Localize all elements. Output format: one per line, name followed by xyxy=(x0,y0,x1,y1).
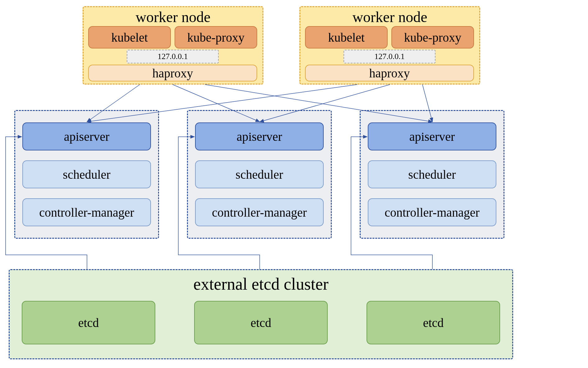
etcd-node-1: etcd xyxy=(22,301,155,344)
kube-proxy-1-label: kube-proxy xyxy=(187,30,244,45)
loopback-1-label: 127.0.0.1 xyxy=(157,52,188,61)
loopback-1: 127.0.0.1 xyxy=(127,50,219,63)
kube-proxy-2: kube-proxy xyxy=(391,26,474,48)
scheduler-3: scheduler xyxy=(368,160,496,188)
etcd-cluster-title: external etcd cluster xyxy=(10,274,512,294)
kubelet-1-label: kubelet xyxy=(111,30,148,45)
apiserver-1-label: apiserver xyxy=(64,129,110,144)
haproxy-2-label: haproxy xyxy=(369,66,410,80)
apiserver-3: apiserver xyxy=(368,122,496,150)
scheduler-3-label: scheduler xyxy=(408,167,456,182)
scheduler-2: scheduler xyxy=(195,160,324,188)
etcd-node-2: etcd xyxy=(194,301,328,344)
apiserver-3-label: apiserver xyxy=(409,129,455,144)
kube-proxy-2-label: kube-proxy xyxy=(404,30,461,45)
apiserver-2-label: apiserver xyxy=(237,129,282,144)
kubelet-2: kubelet xyxy=(305,26,388,48)
kubelet-2-label: kubelet xyxy=(328,30,365,45)
etcd-node-2-label: etcd xyxy=(251,315,271,330)
controller-manager-2-label: controller-manager xyxy=(212,205,307,220)
etcd-node-3: etcd xyxy=(367,301,500,344)
loopback-2: 127.0.0.1 xyxy=(344,50,435,63)
scheduler-2-label: scheduler xyxy=(235,167,283,182)
worker-node-2-title: worker node xyxy=(300,8,479,25)
haproxy-1: haproxy xyxy=(88,65,257,81)
apiserver-1: apiserver xyxy=(22,122,151,150)
controller-manager-1-label: controller-manager xyxy=(39,205,134,220)
loopback-2-label: 127.0.0.1 xyxy=(374,52,405,61)
etcd-node-3-label: etcd xyxy=(423,315,444,330)
worker-node-1-title: worker node xyxy=(84,8,262,25)
controller-manager-2: controller-manager xyxy=(195,198,324,226)
kubelet-1: kubelet xyxy=(88,26,171,48)
scheduler-1-label: scheduler xyxy=(63,167,110,182)
diagram-canvas: worker node kubelet kube-proxy 127.0.0.1… xyxy=(0,0,588,368)
haproxy-2: haproxy xyxy=(305,65,474,81)
scheduler-1: scheduler xyxy=(22,160,151,188)
haproxy-1-label: haproxy xyxy=(152,66,193,80)
controller-manager-3: controller-manager xyxy=(368,198,496,226)
controller-manager-3-label: controller-manager xyxy=(385,205,480,220)
apiserver-2: apiserver xyxy=(195,122,324,150)
etcd-node-1-label: etcd xyxy=(78,315,99,330)
controller-manager-1: controller-manager xyxy=(22,198,151,226)
kube-proxy-1: kube-proxy xyxy=(175,26,257,48)
